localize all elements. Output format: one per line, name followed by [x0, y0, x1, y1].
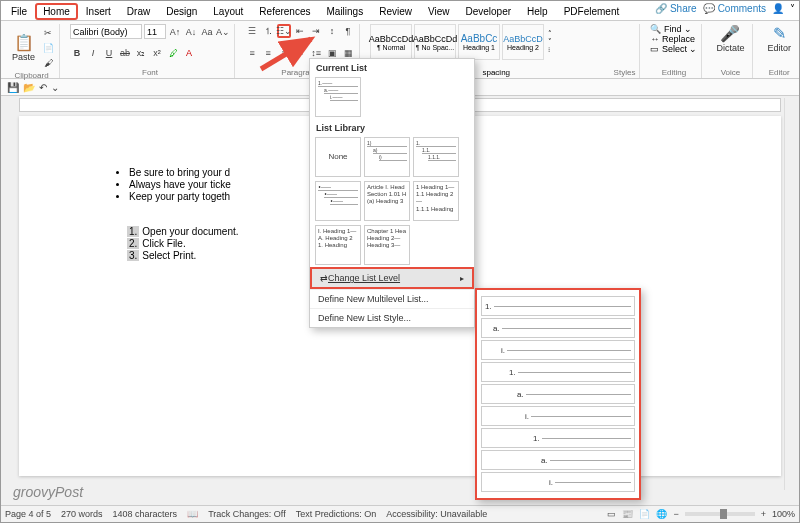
ml-none[interactable]: None [315, 137, 361, 177]
view-web-icon[interactable]: 🌐 [656, 509, 667, 519]
zoom-slider[interactable] [685, 512, 755, 516]
qat-more-icon[interactable]: ⌄ [51, 82, 59, 93]
select-button[interactable]: ▭ Select ⌄ [650, 44, 697, 54]
menu-home[interactable]: Home [35, 3, 78, 20]
zoom-in-icon[interactable]: + [761, 509, 766, 519]
define-new-multilevel[interactable]: Define New Multilevel List... [310, 289, 474, 308]
multilevel-list-button[interactable]: ☷⌄ [277, 24, 291, 38]
change-case-icon[interactable]: Aa [200, 25, 214, 39]
menu-references[interactable]: References [251, 3, 318, 20]
replace-button[interactable]: ↔ Replace [650, 34, 697, 44]
format-painter-icon[interactable]: 🖌 [41, 56, 55, 70]
ml-preset[interactable]: Chapter 1 HeaHeading 2—Heading 3— [364, 225, 410, 265]
strike-icon[interactable]: ab [118, 46, 132, 60]
justify-icon[interactable]: ≡ [293, 46, 307, 60]
define-new-list-style[interactable]: Define New List Style... [310, 308, 474, 327]
ml-preset[interactable]: 1 Heading 1—1.1 Heading 2—1.1.1 Heading [413, 181, 459, 221]
multilevel-popup: Current List 1.——a.——i.—— List Library N… [309, 58, 475, 328]
view-focus-icon[interactable]: ▭ [607, 509, 616, 519]
font-size-select[interactable] [144, 24, 166, 39]
list-level[interactable]: i. [481, 340, 635, 360]
status-book-icon[interactable]: 📖 [187, 509, 198, 519]
font-name-select[interactable] [70, 24, 142, 39]
bullets-icon[interactable]: ☰ [245, 24, 259, 38]
status-words[interactable]: 270 words [61, 509, 103, 519]
style-h2[interactable]: AaBbCcDHeading 2 [502, 24, 544, 60]
view-print-icon[interactable]: 📄 [639, 509, 650, 519]
menu-draw[interactable]: Draw [119, 3, 158, 20]
paste-button[interactable]: 📋Paste [8, 33, 39, 62]
find-button[interactable]: 🔍 Find ⌄ [650, 24, 697, 34]
list-level[interactable]: i. [481, 472, 635, 492]
numbering-icon[interactable]: ⒈ [261, 24, 275, 38]
status-chars[interactable]: 1408 characters [113, 509, 178, 519]
scrollbar-vertical[interactable] [784, 98, 797, 490]
comments-button[interactable]: 💬 Comments [703, 3, 766, 14]
menu-view[interactable]: View [420, 3, 458, 20]
menu-review[interactable]: Review [371, 3, 420, 20]
ml-preset[interactable]: 1.——a.——i.—— [315, 77, 361, 117]
status-acc[interactable]: Accessibility: Unavailable [386, 509, 487, 519]
list-level[interactable]: 1. [481, 296, 635, 316]
ml-preset[interactable]: 1)a)i) [364, 137, 410, 177]
align-center-icon[interactable]: ≡ [261, 46, 275, 60]
align-left-icon[interactable]: ≡ [245, 46, 259, 60]
menu-help[interactable]: Help [519, 3, 556, 20]
menu-file[interactable]: File [3, 3, 35, 20]
menu-mailings[interactable]: Mailings [318, 3, 371, 20]
ml-preset[interactable]: 1.1.1.1.1.1. [413, 137, 459, 177]
style-normal[interactable]: AaBbCcDd¶ Normal [370, 24, 412, 60]
increase-font-icon[interactable]: A↑ [168, 25, 182, 39]
qat-undo-icon[interactable]: ↶ [39, 82, 47, 93]
status-pred[interactable]: Text Predictions: On [296, 509, 377, 519]
superscript-icon[interactable]: x² [150, 46, 164, 60]
dictate-button[interactable]: 🎤Dictate [712, 24, 748, 53]
ml-preset[interactable]: ∘——∘——∘—— [315, 181, 361, 221]
align-right-icon[interactable]: ≡ [277, 46, 291, 60]
style-nospac[interactable]: AaBbCcDd¶ No Spac... [414, 24, 456, 60]
ml-preset[interactable]: Article I. HeadSection 1.01 H(a) Heading… [364, 181, 410, 221]
list-level[interactable]: i. [481, 406, 635, 426]
clear-format-icon[interactable]: A⌄ [216, 25, 230, 39]
sort-icon[interactable]: ↕ [325, 24, 339, 38]
highlight-icon[interactable]: 🖊 [166, 46, 180, 60]
menu-design[interactable]: Design [158, 3, 205, 20]
status-track[interactable]: Track Changes: Off [208, 509, 286, 519]
user-icon[interactable]: 👤 [772, 3, 784, 14]
ml-preset[interactable]: I. Heading 1—A. Heading 21. Heading [315, 225, 361, 265]
underline-icon[interactable]: U [102, 46, 116, 60]
editor-button[interactable]: ✎Editor [763, 24, 795, 53]
cut-icon[interactable]: ✂ [41, 26, 55, 40]
list-level[interactable]: 1. [481, 428, 635, 448]
qat-save-icon[interactable]: 💾 [7, 82, 19, 93]
menu-pdfelement[interactable]: PDFelement [556, 3, 628, 20]
style-h1[interactable]: AaBbCcHeading 1 [458, 24, 500, 60]
copy-icon[interactable]: 📄 [41, 41, 55, 55]
change-list-level[interactable]: ⇄ Change List Level ▸ [310, 267, 474, 289]
share-button[interactable]: 🔗 Share [655, 3, 697, 14]
menu-layout[interactable]: Layout [205, 3, 251, 20]
zoom-level[interactable]: 100% [772, 509, 795, 519]
styles-scroll-dn-icon[interactable]: ˅ [548, 38, 552, 46]
decrease-font-icon[interactable]: A↓ [184, 25, 198, 39]
list-level[interactable]: a. [481, 384, 635, 404]
italic-icon[interactable]: I [86, 46, 100, 60]
styles-more-icon[interactable]: ⁝ [548, 46, 552, 54]
menu-developer[interactable]: Developer [457, 3, 519, 20]
indent-left-icon[interactable]: ⇤ [293, 24, 307, 38]
styles-scroll-up-icon[interactable]: ˄ [548, 30, 552, 38]
view-read-icon[interactable]: 📰 [622, 509, 633, 519]
list-level[interactable]: a. [481, 318, 635, 338]
zoom-out-icon[interactable]: − [673, 509, 678, 519]
qat-open-icon[interactable]: 📂 [23, 82, 35, 93]
list-level[interactable]: 1. [481, 362, 635, 382]
status-page[interactable]: Page 4 of 5 [5, 509, 51, 519]
list-level[interactable]: a. [481, 450, 635, 470]
pilcrow-icon[interactable]: ¶ [341, 24, 355, 38]
menu-insert[interactable]: Insert [78, 3, 119, 20]
bold-icon[interactable]: B [70, 46, 84, 60]
subscript-icon[interactable]: x₂ [134, 46, 148, 60]
font-color-icon[interactable]: A [182, 46, 196, 60]
indent-right-icon[interactable]: ⇥ [309, 24, 323, 38]
ribbon-collapse-icon[interactable]: ˅ [790, 3, 795, 14]
